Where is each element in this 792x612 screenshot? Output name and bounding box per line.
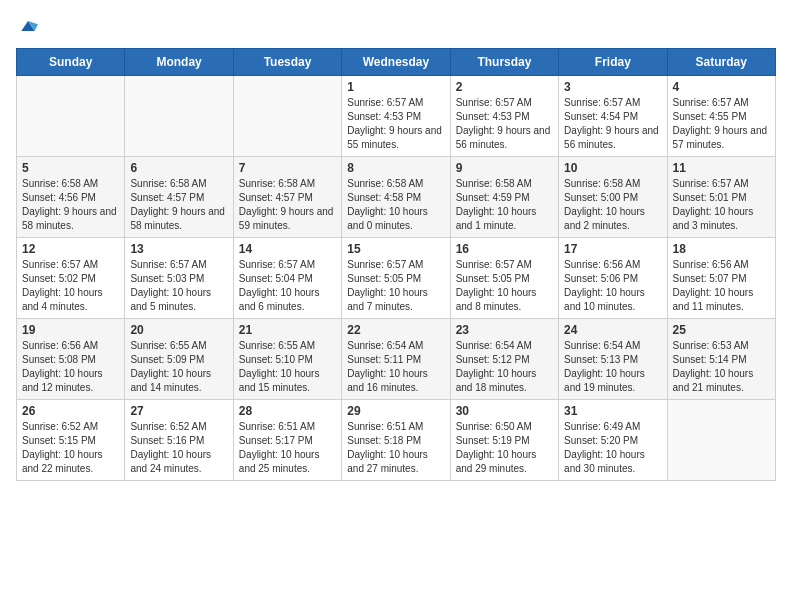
day-number: 24: [564, 323, 661, 337]
calendar-week-row: 5Sunrise: 6:58 AM Sunset: 4:56 PM Daylig…: [17, 157, 776, 238]
calendar-cell: 12Sunrise: 6:57 AM Sunset: 5:02 PM Dayli…: [17, 238, 125, 319]
day-number: 10: [564, 161, 661, 175]
day-info: Sunrise: 6:55 AM Sunset: 5:10 PM Dayligh…: [239, 339, 336, 395]
day-info: Sunrise: 6:58 AM Sunset: 4:58 PM Dayligh…: [347, 177, 444, 233]
calendar-cell: 30Sunrise: 6:50 AM Sunset: 5:19 PM Dayli…: [450, 400, 558, 481]
calendar-cell: 9Sunrise: 6:58 AM Sunset: 4:59 PM Daylig…: [450, 157, 558, 238]
logo-icon: [18, 16, 38, 36]
day-info: Sunrise: 6:57 AM Sunset: 4:55 PM Dayligh…: [673, 96, 770, 152]
day-number: 17: [564, 242, 661, 256]
calendar-cell: 17Sunrise: 6:56 AM Sunset: 5:06 PM Dayli…: [559, 238, 667, 319]
day-info: Sunrise: 6:52 AM Sunset: 5:15 PM Dayligh…: [22, 420, 119, 476]
day-info: Sunrise: 6:58 AM Sunset: 4:57 PM Dayligh…: [239, 177, 336, 233]
calendar-week-row: 19Sunrise: 6:56 AM Sunset: 5:08 PM Dayli…: [17, 319, 776, 400]
day-info: Sunrise: 6:57 AM Sunset: 5:05 PM Dayligh…: [456, 258, 553, 314]
day-number: 23: [456, 323, 553, 337]
day-info: Sunrise: 6:57 AM Sunset: 4:53 PM Dayligh…: [347, 96, 444, 152]
day-info: Sunrise: 6:54 AM Sunset: 5:11 PM Dayligh…: [347, 339, 444, 395]
calendar-cell: 20Sunrise: 6:55 AM Sunset: 5:09 PM Dayli…: [125, 319, 233, 400]
calendar-header-sunday: Sunday: [17, 49, 125, 76]
day-info: Sunrise: 6:56 AM Sunset: 5:06 PM Dayligh…: [564, 258, 661, 314]
calendar-cell: 16Sunrise: 6:57 AM Sunset: 5:05 PM Dayli…: [450, 238, 558, 319]
day-info: Sunrise: 6:58 AM Sunset: 4:57 PM Dayligh…: [130, 177, 227, 233]
calendar-cell: 4Sunrise: 6:57 AM Sunset: 4:55 PM Daylig…: [667, 76, 775, 157]
day-info: Sunrise: 6:50 AM Sunset: 5:19 PM Dayligh…: [456, 420, 553, 476]
calendar-cell: 13Sunrise: 6:57 AM Sunset: 5:03 PM Dayli…: [125, 238, 233, 319]
day-info: Sunrise: 6:55 AM Sunset: 5:09 PM Dayligh…: [130, 339, 227, 395]
day-info: Sunrise: 6:57 AM Sunset: 4:53 PM Dayligh…: [456, 96, 553, 152]
calendar-cell: [667, 400, 775, 481]
day-info: Sunrise: 6:58 AM Sunset: 4:59 PM Dayligh…: [456, 177, 553, 233]
day-info: Sunrise: 6:57 AM Sunset: 5:05 PM Dayligh…: [347, 258, 444, 314]
calendar-cell: [233, 76, 341, 157]
calendar-cell: 24Sunrise: 6:54 AM Sunset: 5:13 PM Dayli…: [559, 319, 667, 400]
calendar-header-monday: Monday: [125, 49, 233, 76]
day-number: 9: [456, 161, 553, 175]
day-number: 8: [347, 161, 444, 175]
day-number: 21: [239, 323, 336, 337]
calendar-week-row: 26Sunrise: 6:52 AM Sunset: 5:15 PM Dayli…: [17, 400, 776, 481]
day-number: 13: [130, 242, 227, 256]
calendar-cell: 15Sunrise: 6:57 AM Sunset: 5:05 PM Dayli…: [342, 238, 450, 319]
day-number: 22: [347, 323, 444, 337]
calendar-cell: 5Sunrise: 6:58 AM Sunset: 4:56 PM Daylig…: [17, 157, 125, 238]
day-number: 18: [673, 242, 770, 256]
calendar-cell: 6Sunrise: 6:58 AM Sunset: 4:57 PM Daylig…: [125, 157, 233, 238]
calendar-header-friday: Friday: [559, 49, 667, 76]
day-number: 6: [130, 161, 227, 175]
calendar-header-row: SundayMondayTuesdayWednesdayThursdayFrid…: [17, 49, 776, 76]
day-number: 25: [673, 323, 770, 337]
day-number: 30: [456, 404, 553, 418]
calendar-cell: [17, 76, 125, 157]
calendar-week-row: 1Sunrise: 6:57 AM Sunset: 4:53 PM Daylig…: [17, 76, 776, 157]
day-number: 1: [347, 80, 444, 94]
day-number: 28: [239, 404, 336, 418]
calendar-cell: 2Sunrise: 6:57 AM Sunset: 4:53 PM Daylig…: [450, 76, 558, 157]
day-number: 31: [564, 404, 661, 418]
day-number: 2: [456, 80, 553, 94]
day-info: Sunrise: 6:57 AM Sunset: 5:03 PM Dayligh…: [130, 258, 227, 314]
calendar-cell: 29Sunrise: 6:51 AM Sunset: 5:18 PM Dayli…: [342, 400, 450, 481]
calendar-header-thursday: Thursday: [450, 49, 558, 76]
day-info: Sunrise: 6:58 AM Sunset: 4:56 PM Dayligh…: [22, 177, 119, 233]
day-number: 26: [22, 404, 119, 418]
day-info: Sunrise: 6:53 AM Sunset: 5:14 PM Dayligh…: [673, 339, 770, 395]
day-info: Sunrise: 6:57 AM Sunset: 5:04 PM Dayligh…: [239, 258, 336, 314]
calendar-cell: 27Sunrise: 6:52 AM Sunset: 5:16 PM Dayli…: [125, 400, 233, 481]
calendar-cell: 22Sunrise: 6:54 AM Sunset: 5:11 PM Dayli…: [342, 319, 450, 400]
day-info: Sunrise: 6:54 AM Sunset: 5:12 PM Dayligh…: [456, 339, 553, 395]
calendar-cell: 31Sunrise: 6:49 AM Sunset: 5:20 PM Dayli…: [559, 400, 667, 481]
calendar-cell: 21Sunrise: 6:55 AM Sunset: 5:10 PM Dayli…: [233, 319, 341, 400]
day-number: 20: [130, 323, 227, 337]
page-header: [16, 16, 776, 36]
day-number: 3: [564, 80, 661, 94]
day-number: 5: [22, 161, 119, 175]
calendar-header-tuesday: Tuesday: [233, 49, 341, 76]
calendar-cell: 26Sunrise: 6:52 AM Sunset: 5:15 PM Dayli…: [17, 400, 125, 481]
day-info: Sunrise: 6:58 AM Sunset: 5:00 PM Dayligh…: [564, 177, 661, 233]
calendar-cell: 8Sunrise: 6:58 AM Sunset: 4:58 PM Daylig…: [342, 157, 450, 238]
day-info: Sunrise: 6:56 AM Sunset: 5:08 PM Dayligh…: [22, 339, 119, 395]
day-info: Sunrise: 6:49 AM Sunset: 5:20 PM Dayligh…: [564, 420, 661, 476]
calendar-header-wednesday: Wednesday: [342, 49, 450, 76]
calendar-cell: 28Sunrise: 6:51 AM Sunset: 5:17 PM Dayli…: [233, 400, 341, 481]
day-info: Sunrise: 6:52 AM Sunset: 5:16 PM Dayligh…: [130, 420, 227, 476]
calendar-cell: 14Sunrise: 6:57 AM Sunset: 5:04 PM Dayli…: [233, 238, 341, 319]
day-number: 14: [239, 242, 336, 256]
day-number: 7: [239, 161, 336, 175]
day-info: Sunrise: 6:57 AM Sunset: 4:54 PM Dayligh…: [564, 96, 661, 152]
day-number: 11: [673, 161, 770, 175]
day-number: 19: [22, 323, 119, 337]
day-info: Sunrise: 6:57 AM Sunset: 5:02 PM Dayligh…: [22, 258, 119, 314]
day-info: Sunrise: 6:57 AM Sunset: 5:01 PM Dayligh…: [673, 177, 770, 233]
calendar-cell: 3Sunrise: 6:57 AM Sunset: 4:54 PM Daylig…: [559, 76, 667, 157]
calendar-cell: 18Sunrise: 6:56 AM Sunset: 5:07 PM Dayli…: [667, 238, 775, 319]
calendar-cell: 10Sunrise: 6:58 AM Sunset: 5:00 PM Dayli…: [559, 157, 667, 238]
day-info: Sunrise: 6:51 AM Sunset: 5:18 PM Dayligh…: [347, 420, 444, 476]
day-number: 12: [22, 242, 119, 256]
logo: [16, 16, 38, 36]
calendar-table: SundayMondayTuesdayWednesdayThursdayFrid…: [16, 48, 776, 481]
day-number: 4: [673, 80, 770, 94]
day-number: 16: [456, 242, 553, 256]
day-info: Sunrise: 6:56 AM Sunset: 5:07 PM Dayligh…: [673, 258, 770, 314]
